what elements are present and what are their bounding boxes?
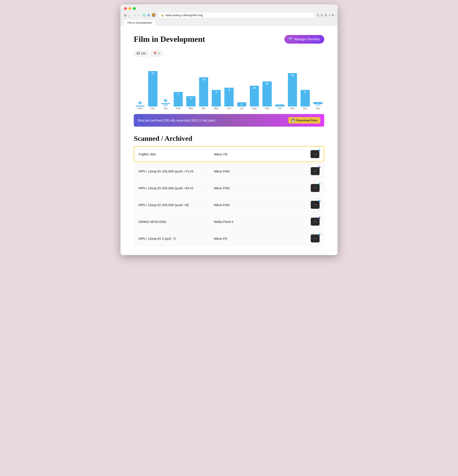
status-dot (319, 200, 320, 202)
close-button[interactable] (124, 7, 127, 10)
bar-wrapper: 2 (235, 61, 248, 106)
bar-value: 2 (241, 103, 242, 106)
chart-bar-group-Jan-2: 0 2024 Jan (159, 61, 172, 110)
section-title: Scanned / Archived (134, 134, 324, 143)
film-camera: Nikon FE (214, 237, 227, 240)
month-label: Apr (202, 107, 206, 110)
film-menu-button[interactable]: ··· (311, 150, 319, 158)
month-label: Dec (151, 107, 155, 110)
film-name: HP5+ 12exp EI 200,000 (push +8) #2 (138, 186, 205, 190)
film-info: Fujifilm 400 Nikon FE (139, 152, 311, 156)
bar-value: 12 (266, 82, 268, 85)
month-label: May (214, 107, 219, 110)
bar-value: 7 (178, 93, 179, 95)
status-dot (319, 217, 320, 219)
flask-icon: ⚗️ (288, 37, 293, 41)
forward-button[interactable]: › (137, 13, 140, 18)
chart-bar: 0 (161, 103, 170, 104)
new-tab-icon[interactable]: + (329, 14, 330, 17)
film-menu-button[interactable]: ··· (311, 167, 320, 175)
chart-bar: 1 (275, 104, 284, 106)
bar-wrapper: 16 (286, 61, 299, 106)
chart-container: 0 Nov 17 Dec 0 2024 (134, 61, 324, 110)
translate-icon[interactable]: ⊡ (317, 14, 319, 17)
film-info: HP5+ 12exp EI 100,000 (push +7) #3 Nikon… (138, 169, 311, 173)
bar-value: 1 (279, 105, 280, 108)
chart-bar-group-Mar-4: 5 Mar (184, 61, 197, 110)
bar-value: 1 (317, 103, 319, 106)
chart-bar: 2 (237, 102, 246, 106)
pending-stat-badge: 📅 1 (150, 51, 163, 56)
chart-bar-group-Dec-1: 17 Dec (147, 61, 159, 110)
bar-wrapper: 14 (197, 61, 210, 106)
nav-buttons: ‹ › (133, 13, 141, 18)
film-name: HP5+ 12exp EI 200,000 (push +8) (138, 203, 205, 207)
chart-bar: 9 (224, 88, 233, 106)
address-bar[interactable]: 🔒 www.analog.cafe/app/film-log (158, 12, 314, 18)
month-label: Jun (227, 107, 231, 110)
film-menu-button[interactable]: ··· (311, 234, 320, 242)
sidebar-toggle-icon[interactable]: ⊞ (124, 14, 127, 17)
stats-row: 🎞 235 📅 1 (134, 51, 324, 56)
grammarly-icon: G (143, 13, 146, 17)
film-list-item: HP5+ 12exp EI 200,000 (push +8) #2 Nikon… (134, 180, 324, 196)
maximize-button[interactable] (133, 7, 136, 10)
share-icon[interactable]: ⬆ (325, 14, 327, 17)
bar-wrapper: 7 (172, 61, 184, 106)
bar-wrapper: 1 (274, 61, 286, 106)
chart-bar: 8 (301, 90, 310, 106)
manage-chemistry-label: Manage Chemistry (294, 37, 320, 41)
month-label: Jan (316, 107, 320, 110)
month-label: Sep (265, 107, 269, 110)
minimize-button[interactable] (129, 7, 131, 10)
chart-bar: 8 (212, 90, 221, 106)
pending-count: 1 (158, 52, 160, 55)
download-data-button[interactable]: 💾 Download Data (288, 117, 320, 124)
chevron-down-icon[interactable]: ⌄ (128, 14, 131, 17)
bar-wrapper: 0 (134, 61, 147, 106)
back-button[interactable]: ‹ (133, 13, 136, 18)
chart-bar: 12 (262, 81, 272, 106)
brave-icon: 🦁 (151, 13, 156, 17)
ellipsis-icon: ··· (314, 169, 317, 173)
film-camera: Nikon FE (214, 152, 228, 156)
film-name: ORWO NP20 EI50 (138, 220, 205, 224)
status-dot (319, 166, 320, 168)
film-menu-button[interactable]: ··· (311, 218, 320, 226)
year-label: 2024 (163, 104, 168, 106)
month-label: Dec (303, 107, 307, 110)
bar-chart: 0 Nov 17 Dec 0 2024 (134, 61, 324, 110)
tab-label: Film in Development (128, 21, 152, 24)
chart-bar: 14 (199, 77, 208, 106)
chart-bar-group-Sep-10: 12 Sep (261, 61, 273, 110)
film-name: HP5+ 12exp EI 3 (pull -7) (138, 237, 205, 240)
film-camera: Nikon FM2 (214, 203, 230, 207)
zero-badge: 0 (164, 99, 167, 102)
tabs-bar: Film in Development (124, 20, 334, 26)
ellipsis-icon: ··· (314, 186, 317, 190)
page-content: Film in Development ⚗️ Manage Chemistry … (121, 26, 337, 255)
film-menu-button[interactable]: ··· (311, 201, 320, 209)
chart-bar-group-Apr-5: 14 Apr (197, 61, 210, 110)
tabs-icon[interactable]: ⧉ (332, 13, 334, 17)
film-name: Fujifilm 400 (139, 152, 205, 156)
manage-chemistry-button[interactable]: ⚗️ Manage Chemistry (284, 35, 324, 44)
chart-bar: 16 (288, 73, 297, 106)
active-tab[interactable]: Film in Development (124, 20, 155, 26)
ellipsis-icon: ··· (314, 237, 317, 240)
browser-chrome: ⊞ ⌄ ‹ › G ⊕ 🦁 🔒 www.analog.cafe/app/film… (121, 4, 337, 26)
month-label: Aug (252, 107, 257, 110)
bar-wrapper: 1 (311, 61, 324, 104)
status-dot (319, 149, 320, 151)
banner-text: Shot and archived 235 rolls since April … (138, 119, 215, 122)
film-info: ORWO NP20 EI50 Welta Penti 0 (138, 220, 311, 224)
download-label: Download Data (296, 119, 317, 122)
chart-bar-group-Jun-7: 9 Jun (223, 61, 235, 110)
film-menu-button[interactable]: ··· (311, 184, 320, 192)
toolbar-right-icons: ⊡ ↻ ⬆ + ⧉ (317, 13, 334, 17)
month-label: Jan (164, 107, 167, 110)
bar-wrapper: 10 (248, 61, 261, 106)
chart-bar-group-Aug-9: 10 Aug (248, 61, 261, 110)
refresh-icon[interactable]: ↻ (321, 14, 323, 17)
bar-value: 17 (151, 72, 154, 75)
